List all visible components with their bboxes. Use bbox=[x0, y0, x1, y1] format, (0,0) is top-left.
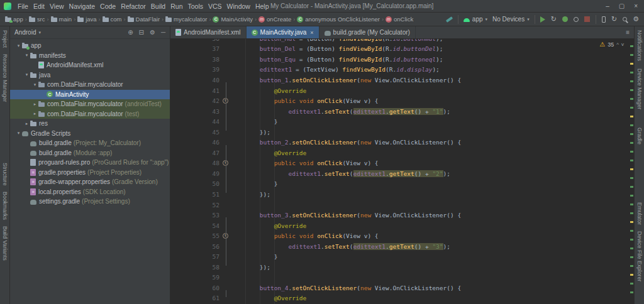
tree-item-com-dataflair-mycalculator-test[interactable]: ▸com.DataFlair.mycalculator(test) bbox=[10, 109, 170, 119]
override-method-icon[interactable]: ↑ bbox=[223, 160, 228, 166]
tree-item-gradle-scripts[interactable]: ▾Gradle Scripts bbox=[10, 129, 170, 139]
tree-item-com-dataflair-mycalculator-androidtest[interactable]: ▸com.DataFlair.mycalculator(androidTest) bbox=[10, 99, 170, 109]
error-stripe-mark[interactable] bbox=[630, 204, 633, 205]
tool-window-button-resource-manager[interactable]: Resource Manager bbox=[2, 54, 8, 102]
error-stripe-mark[interactable] bbox=[630, 89, 633, 91]
error-stripe[interactable] bbox=[629, 39, 634, 304]
line-number[interactable]: 41 bbox=[170, 87, 219, 94]
panel-settings-icon[interactable]: ⚙ bbox=[150, 29, 155, 36]
error-stripe-mark[interactable] bbox=[630, 124, 633, 126]
menu-navigate[interactable]: Navigate bbox=[67, 3, 97, 10]
error-stripe-mark[interactable] bbox=[630, 98, 633, 100]
line-number[interactable]: 49 bbox=[170, 170, 219, 177]
line-number[interactable]: 39 bbox=[170, 66, 219, 73]
line-number[interactable]: 47 bbox=[170, 149, 219, 156]
debug-button-icon[interactable] bbox=[562, 16, 568, 22]
error-stripe-mark[interactable] bbox=[630, 221, 633, 223]
breadcrumb-mycalculator[interactable]: mycalculator bbox=[165, 16, 207, 23]
device-manager-button-icon[interactable] bbox=[602, 16, 606, 23]
tool-window-button-gradle[interactable]: Gradle bbox=[636, 128, 643, 144]
line-number[interactable]: 52 bbox=[170, 202, 219, 209]
line-number[interactable]: 56 bbox=[170, 243, 219, 250]
line-number[interactable]: 38 bbox=[170, 56, 219, 63]
device-selector[interactable]: No Devices ▾ bbox=[492, 16, 530, 23]
minimize-icon[interactable]: – bbox=[606, 3, 609, 9]
build-hammer-icon[interactable] bbox=[446, 16, 453, 23]
error-stripe-mark[interactable] bbox=[630, 274, 633, 276]
breadcrumb-anonymous-onclicklistener[interactable]: Canonymous OnClickListener bbox=[297, 16, 380, 23]
error-stripe-mark[interactable] bbox=[630, 72, 633, 73]
error-stripe-mark[interactable] bbox=[630, 133, 633, 135]
chevron-down-icon[interactable]: ▾ bbox=[15, 131, 22, 136]
menu-tools[interactable]: Tools bbox=[185, 3, 206, 10]
tool-window-button-bookmarks[interactable]: Bookmarks bbox=[2, 192, 8, 220]
inspections-widget[interactable]: ⚠ 35 ^ v bbox=[599, 41, 624, 48]
tree-item-gradle-properties-project-properties[interactable]: ≡gradle.properties(Project Properties) bbox=[10, 168, 170, 178]
tree-item-androidmanifest-xml[interactable]: AndroidManifest.xml bbox=[10, 60, 170, 70]
project-view-selector[interactable]: Android ▾ bbox=[14, 29, 41, 36]
chevron-right-icon[interactable]: ▸ bbox=[31, 111, 38, 116]
apply-changes-button-icon[interactable]: ↻ bbox=[551, 16, 557, 23]
menu-vcs[interactable]: VCS bbox=[206, 3, 225, 10]
next-warning-icon[interactable]: v bbox=[621, 41, 624, 47]
tree-item-gradle-wrapper-properties-gradle-version[interactable]: ≡gradle-wrapper.properties(Gradle Versio… bbox=[10, 177, 170, 187]
line-number[interactable]: 61 bbox=[170, 295, 219, 301]
error-stripe-mark[interactable] bbox=[630, 45, 633, 47]
line-number[interactable]: 43 bbox=[170, 108, 219, 115]
error-stripe-mark[interactable] bbox=[630, 195, 633, 197]
chevron-down-icon[interactable]: ▾ bbox=[23, 53, 30, 58]
line-number[interactable]: 45 bbox=[170, 129, 219, 136]
tool-window-button-emulator[interactable]: Emulator bbox=[636, 202, 643, 225]
line-number[interactable]: 44 bbox=[170, 118, 219, 125]
error-stripe-mark[interactable] bbox=[630, 256, 633, 258]
sync-project-button-icon[interactable]: ↻ bbox=[611, 16, 617, 23]
close-tab-icon[interactable]: × bbox=[310, 30, 313, 36]
error-stripe-mark[interactable] bbox=[630, 151, 633, 153]
search-everywhere-button-icon[interactable] bbox=[623, 17, 627, 21]
tool-window-button-build-variants[interactable]: Build Variants bbox=[2, 226, 8, 261]
line-number[interactable]: 37 bbox=[170, 45, 219, 52]
breadcrumb-src[interactable]: src bbox=[29, 16, 45, 23]
code-editor[interactable]: 36 button_Mul = (Button) findViewById(R.… bbox=[170, 39, 634, 304]
menu-code[interactable]: Code bbox=[97, 3, 118, 10]
tree-item-proguard-rules-pro-proguard-rules-for-app[interactable]: proguard-rules.pro(ProGuard Rules for ":… bbox=[10, 158, 170, 168]
error-stripe-mark[interactable] bbox=[630, 239, 633, 241]
error-stripe-mark[interactable] bbox=[630, 186, 633, 188]
tool-window-button-structure[interactable]: Structure bbox=[2, 163, 8, 186]
tree-item-build-gradle-module-app[interactable]: build.gradle(Module :app) bbox=[10, 148, 170, 158]
error-stripe-mark[interactable] bbox=[630, 212, 633, 214]
line-number[interactable]: 55 bbox=[170, 232, 219, 239]
hide-panel-icon[interactable]: ─ bbox=[161, 29, 165, 36]
tree-item-app[interactable]: ▾app bbox=[10, 41, 170, 51]
tool-window-button-device-file-explorer[interactable]: Device File Explorer bbox=[636, 231, 643, 282]
breadcrumb-java[interactable]: java bbox=[77, 16, 96, 23]
profile-button-icon[interactable] bbox=[574, 17, 579, 22]
error-stripe-mark[interactable] bbox=[630, 177, 633, 179]
menu-build[interactable]: Build bbox=[148, 3, 168, 10]
run-config-selector[interactable]: app ▾ bbox=[464, 16, 487, 23]
line-number[interactable]: 54 bbox=[170, 222, 219, 229]
close-icon[interactable]: × bbox=[634, 3, 638, 9]
error-stripe-mark[interactable] bbox=[630, 63, 633, 65]
line-number[interactable]: 59 bbox=[170, 274, 219, 281]
override-method-icon[interactable]: ↑ bbox=[223, 233, 228, 239]
line-number[interactable]: 53 bbox=[170, 212, 219, 219]
tree-item-settings-gradle-project-settings[interactable]: settings.gradle(Project Settings) bbox=[10, 197, 170, 207]
error-stripe-mark[interactable] bbox=[630, 265, 633, 267]
line-number[interactable]: 46 bbox=[170, 139, 219, 146]
tree-item-mainactivity[interactable]: CMainActivity bbox=[10, 90, 170, 100]
chevron-down-icon[interactable]: ▾ bbox=[23, 72, 30, 77]
tab-androidmanifest-xml[interactable]: AndroidManifest.xml bbox=[170, 26, 247, 38]
menu-help[interactable]: Help bbox=[253, 3, 272, 10]
stop-button-icon[interactable] bbox=[584, 16, 590, 22]
line-number[interactable]: 60 bbox=[170, 285, 219, 291]
line-number[interactable]: 57 bbox=[170, 253, 219, 260]
tool-window-button-project[interactable]: Project bbox=[2, 30, 8, 48]
tree-item-manifests[interactable]: ▾manifests bbox=[10, 51, 170, 61]
breadcrumb-dataflair[interactable]: DataFlair bbox=[128, 16, 160, 23]
menu-edit[interactable]: Edit bbox=[31, 3, 47, 10]
error-stripe-mark[interactable] bbox=[630, 80, 633, 82]
breadcrumb-mainactivity[interactable]: CMainActivity bbox=[213, 16, 253, 23]
tool-window-button-notifications[interactable]: Notifications bbox=[636, 30, 643, 61]
error-stripe-mark[interactable] bbox=[630, 116, 633, 117]
